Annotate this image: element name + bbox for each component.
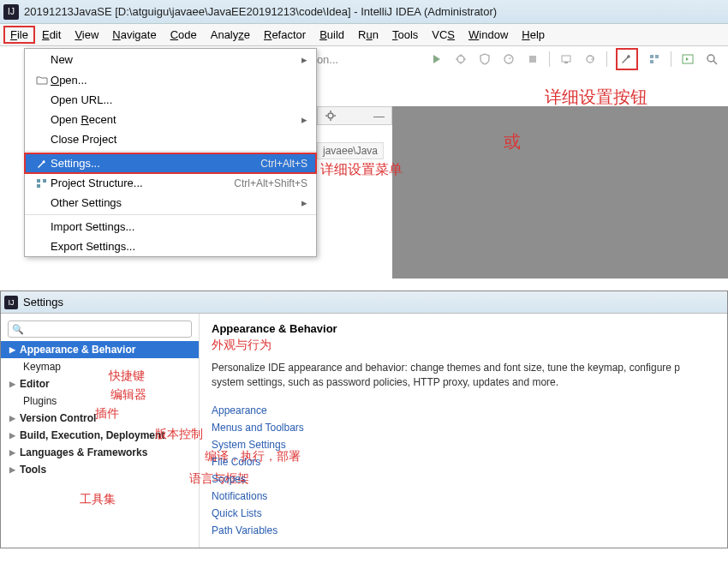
chevron-right-icon: ▶ <box>9 380 20 388</box>
menu-file[interactable]: File <box>3 26 35 44</box>
menu-item-open-url[interactable]: Open URL... <box>25 90 316 110</box>
annotation-plugins: 插件 <box>95 406 119 422</box>
annotation-or: 或 <box>504 130 521 153</box>
run-anything-icon[interactable] <box>680 51 695 67</box>
annotation-heading: 外观与行为 <box>212 338 272 353</box>
tree-appearance-behavior[interactable]: ▶ Appearance & Behavior <box>1 341 199 358</box>
tree-editor[interactable]: ▶ Editor <box>1 375 199 392</box>
chevron-right-icon: ▶ <box>9 345 20 354</box>
toolbar-separator <box>671 51 671 67</box>
chevron-right-icon: ▶ <box>9 414 20 422</box>
menu-analyze[interactable]: Analyze <box>204 26 257 44</box>
wrench-icon <box>33 158 51 170</box>
svg-rect-22 <box>43 179 46 183</box>
stop-icon[interactable] <box>525 51 540 67</box>
menu-item-new[interactable]: New ▸ <box>25 49 316 70</box>
menu-item-export-settings[interactable]: Export Settings... <box>25 237 316 256</box>
run-config-fragment: ion... <box>314 53 338 66</box>
coverage-icon[interactable] <box>477 51 492 67</box>
annotation-keymap: 快捷键 <box>109 368 145 384</box>
tree-tools[interactable]: ▶ Tools <box>1 461 199 478</box>
settings-main-panel: Appearance & Behavior 外观与行为 Personalize … <box>200 314 727 548</box>
svg-rect-8 <box>562 56 570 62</box>
menu-tools[interactable]: Tools <box>385 26 425 44</box>
menu-build[interactable]: Build <box>313 26 351 44</box>
menu-item-settings[interactable]: Settings... Ctrl+Alt+S <box>25 153 316 173</box>
menu-item-open[interactable]: Open... <box>25 70 316 90</box>
menu-edit[interactable]: Edit <box>35 26 68 44</box>
link-appearance[interactable]: Appearance <box>212 402 715 419</box>
menu-item-other-settings[interactable]: Other Settings ▸ <box>25 193 316 213</box>
menu-help[interactable]: Help <box>515 26 552 44</box>
menubar: File Edit View Navigate Code Analyze Ref… <box>0 24 728 46</box>
svg-rect-12 <box>650 60 653 63</box>
link-file-colors[interactable]: File Colors <box>212 453 715 470</box>
settings-heading: Appearance & Behavior <box>212 322 715 335</box>
toolbar-separator <box>549 51 550 67</box>
annotation-settings-button: 详细设置按钮 <box>545 86 647 109</box>
toolbar-separator <box>606 51 607 67</box>
svg-line-6 <box>509 57 511 59</box>
project-structure-icon <box>33 177 51 189</box>
menu-vcs[interactable]: VCS <box>425 26 462 44</box>
chevron-right-icon: ▶ <box>9 431 20 440</box>
menu-item-import-settings[interactable]: Import Settings... <box>25 217 316 237</box>
annotation-version-control: 版本控制 <box>155 427 203 442</box>
link-system-settings[interactable]: System Settings <box>212 436 715 453</box>
tree-lang-frameworks[interactable]: ▶ Languages & Frameworks <box>1 444 199 461</box>
editor-empty-area <box>392 106 728 279</box>
link-scopes[interactable]: Scopes <box>212 470 715 488</box>
settings-title: Settings <box>23 296 63 308</box>
profile-icon[interactable] <box>501 51 516 67</box>
chevron-right-icon: ▸ <box>301 113 307 126</box>
settings-toolbar-button[interactable] <box>616 48 638 70</box>
svg-line-15 <box>713 61 717 64</box>
chevron-right-icon: ▸ <box>301 53 307 66</box>
chevron-right-icon: ▸ <box>301 196 307 209</box>
svg-rect-7 <box>529 56 536 63</box>
editor-tab-fragment[interactable]: javaee\Java <box>317 142 384 159</box>
settings-search-input[interactable]: 🔍 <box>8 320 192 338</box>
menu-code[interactable]: Code <box>164 26 204 44</box>
chevron-right-icon: ▶ <box>9 465 20 474</box>
device-icon[interactable] <box>558 51 574 67</box>
debug-icon[interactable] <box>453 51 468 67</box>
link-path-variables[interactable]: Path Variables <box>212 522 715 539</box>
menu-refactor[interactable]: Refactor <box>257 26 313 44</box>
menu-item-project-structure[interactable]: Project Structure... Ctrl+Alt+Shift+S <box>25 173 316 193</box>
settings-link-list: Appearance Menus and Toolbars System Set… <box>212 402 715 539</box>
settings-shortcut: Ctrl+Alt+S <box>260 158 307 170</box>
menu-run[interactable]: Run <box>351 26 385 44</box>
chevron-right-icon: ▶ <box>9 448 20 457</box>
tool-window-header: — <box>317 106 392 125</box>
annotation-tools: 工具集 <box>80 492 116 507</box>
run-icon[interactable] <box>429 51 445 67</box>
link-notifications[interactable]: Notifications <box>212 488 715 505</box>
window-title: 20191213JavaSE [D:\atguigu\javaee\JavaEE… <box>24 5 497 18</box>
svg-point-14 <box>707 55 714 62</box>
svg-rect-23 <box>37 184 40 188</box>
sync-icon[interactable] <box>582 51 598 67</box>
menu-item-open-recent[interactable]: Open Recent ▸ <box>25 110 316 129</box>
menu-navigate[interactable]: Navigate <box>105 26 163 44</box>
structure-icon[interactable] <box>647 51 662 67</box>
intellij-icon: IJ <box>4 296 18 309</box>
menu-separator <box>25 151 316 152</box>
folder-open-icon <box>33 75 51 86</box>
svg-rect-9 <box>564 62 568 63</box>
toolbar-right <box>429 48 719 70</box>
svg-rect-21 <box>37 179 40 183</box>
tree-keymap[interactable]: Keymap <box>1 358 199 375</box>
project-structure-shortcut: Ctrl+Alt+Shift+S <box>234 177 307 189</box>
annotation-editor: 编辑器 <box>110 387 146 403</box>
minimize-icon[interactable]: — <box>373 110 385 123</box>
gear-icon[interactable] <box>325 110 337 122</box>
svg-point-0 <box>457 56 464 63</box>
menu-item-close-project[interactable]: Close Project <box>25 129 316 149</box>
link-quick-lists[interactable]: Quick Lists <box>212 505 715 522</box>
annotation-settings-menu: 详细设置菜单 <box>320 161 403 179</box>
search-everywhere-icon[interactable] <box>704 51 719 67</box>
menu-window[interactable]: Window <box>462 26 515 44</box>
link-menus-toolbars[interactable]: Menus and Toolbars <box>212 419 715 436</box>
menu-view[interactable]: View <box>68 26 105 44</box>
